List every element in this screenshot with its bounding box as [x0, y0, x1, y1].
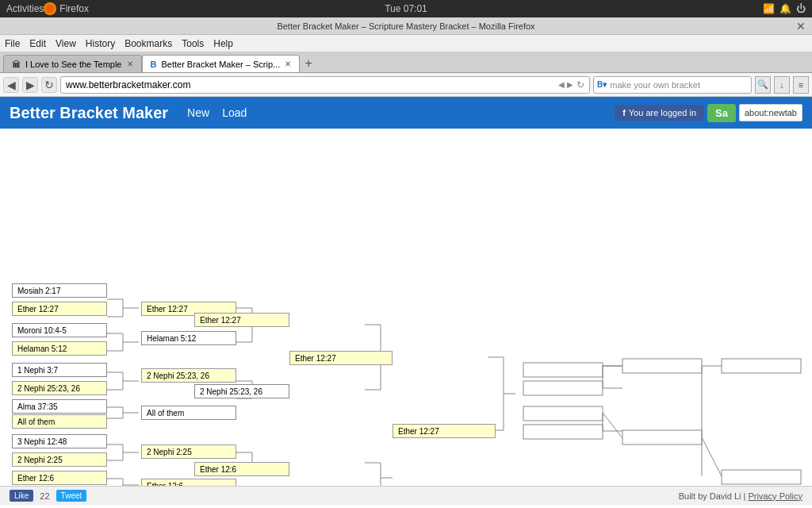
r1-entry-1nephi[interactable]: 1 Nephi 3:7	[12, 363, 107, 377]
r3-entry-2nephi2523[interactable]: 2 Nephi 25:23, 26	[194, 384, 289, 398]
url-arrow-right: ▶	[567, 80, 573, 89]
tab-temple-close[interactable]: ✕	[127, 60, 133, 68]
url-input-box[interactable]: www.betterbracketmaker.com ◀ ▶ ↻	[60, 76, 590, 94]
r4-ether-text: Ether 12:27	[295, 354, 336, 363]
r1-entry-ether1227[interactable]: Ether 12:27	[12, 302, 107, 316]
r3-2nephi-text: 2 Nephi 25:23, 26	[200, 387, 262, 396]
refresh-button[interactable]: ↻	[41, 77, 57, 93]
r2-entry-2nephi2523[interactable]: 2 Nephi 25:23, 26	[141, 368, 236, 383]
privacy-policy-link[interactable]: Privacy Policy	[749, 491, 802, 501]
r1-entry-2nephi2523[interactable]: 2 Nephi 25:23, 26	[12, 381, 107, 395]
search-options-button[interactable]: ≡	[793, 76, 809, 94]
search-go-button[interactable]: 🔍	[755, 76, 771, 94]
browser-label[interactable]: Firefox	[59, 3, 89, 14]
menu-view[interactable]: View	[56, 38, 76, 49]
r1-entry-ether126[interactable]: Ether 12:6	[12, 471, 107, 485]
r1-1nephi-text: 1 Nephi 3:7	[17, 366, 58, 375]
r3-m1-loser: 2 Nephi 25:23, 26	[194, 384, 289, 398]
r1-entry-mosiah[interactable]: Mosiah 2:17	[12, 283, 107, 298]
nav-new[interactable]: New	[187, 106, 209, 119]
r3-m2-winner: Ether 12:6	[194, 462, 289, 476]
r2-all-text: All of them	[147, 409, 184, 418]
app-header: Better Bracket Maker New Load f You are …	[0, 97, 812, 129]
r2-entry-allthem[interactable]: All of them	[141, 406, 236, 420]
tab-bracket-close[interactable]: ✕	[285, 60, 291, 68]
firefox-logo	[44, 2, 56, 15]
r1-entry-alma3735[interactable]: Alma 37:35	[12, 399, 107, 414]
menu-tools[interactable]: Tools	[182, 38, 204, 49]
volume-icon: 🔔	[779, 3, 791, 14]
champion-entry: Ether 12:27	[393, 424, 496, 438]
about-newtab-label: about:newtab	[739, 104, 802, 121]
save-button[interactable]: Sa	[707, 104, 736, 122]
r1-entry-allthem[interactable]: All of them	[12, 414, 107, 429]
tab-bracket[interactable]: B Better Bracket Maker – Scrip... ✕	[142, 55, 301, 72]
nav-load[interactable]: Load	[222, 106, 247, 119]
footer-separator: |	[744, 491, 746, 501]
activities-label[interactable]: Activities	[6, 3, 44, 14]
r2-ether126-text: Ether 12:6	[147, 482, 183, 487]
r1-3nephi-text: 3 Nephi 12:48	[17, 437, 67, 446]
r2-m3-winner: 2 Nephi 2:25	[141, 444, 236, 459]
r1-m3-seed2: 2 Nephi 25:23, 26	[12, 381, 107, 395]
svg-rect-57	[523, 381, 603, 395]
url-arrow-left: ◀	[558, 80, 565, 89]
menu-bar: File Edit View History Bookmarks Tools H…	[0, 35, 812, 52]
forward-button[interactable]: ▶	[22, 77, 38, 93]
champion-box[interactable]: Ether 12:27	[393, 424, 496, 438]
close-window-button[interactable]: ✕	[796, 20, 806, 33]
svg-rect-59	[523, 425, 603, 439]
built-by-text: Built by David Li	[679, 491, 741, 501]
r2-entry-ether126-b[interactable]: Ether 12:6	[141, 479, 236, 486]
fb-like-button[interactable]: Like	[10, 490, 33, 502]
svg-rect-58	[523, 406, 603, 421]
r1-ether-text: Ether 12:27	[17, 305, 59, 314]
svg-rect-60	[622, 359, 702, 373]
tweet-label: Tweet	[61, 491, 82, 500]
fb-login-status: f You are logged in	[615, 105, 704, 121]
r1-entry-3nephi[interactable]: 3 Nephi 12:48	[12, 434, 107, 448]
r2-entry-helaman512[interactable]: Helaman 5:12	[141, 331, 236, 345]
search-box[interactable]: B▾ make your own bracket	[593, 76, 752, 94]
r2-ether-text: Ether 12:27	[147, 305, 188, 314]
r4-m1-winner: Ether 12:27	[289, 351, 393, 365]
browser-tabs: 🏛 I Love to See the Temple ✕ B Better Br…	[0, 52, 812, 73]
r1-ether126-text: Ether 12:6	[17, 474, 54, 483]
menu-bookmarks[interactable]: Bookmarks	[124, 38, 172, 49]
os-right-icons: 📶 🔔 ⏻	[763, 3, 806, 14]
r3-ether-text: Ether 12:27	[200, 316, 241, 325]
search-download-button[interactable]: ↓	[774, 76, 790, 94]
r2-helaman-text: Helaman 5:12	[147, 334, 196, 343]
search-placeholder-text: make your own bracket	[610, 80, 700, 90]
tab-temple[interactable]: 🏛 I Love to See the Temple ✕	[3, 55, 142, 72]
footer: Like 22 Tweet Built by David Li | Privac…	[0, 486, 812, 505]
fb-icon: f	[622, 108, 626, 117]
r2-entry-2nephi225[interactable]: 2 Nephi 2:25	[141, 444, 236, 459]
menu-help[interactable]: Help	[213, 38, 233, 49]
os-bar: Activities Firefox Tue 07:01 📶 🔔 ⏻	[0, 0, 812, 17]
r3-ether126-text: Ether 12:6	[200, 465, 236, 474]
r4-entry-ether1227[interactable]: Ether 12:27	[289, 351, 393, 365]
r2-m2-loser: All of them	[141, 406, 236, 420]
power-icon: ⏻	[796, 3, 806, 14]
r1-mosiah-text: Mosiah 2:17	[17, 287, 60, 295]
r1-entry-moroni[interactable]: Moroni 10:4-5	[12, 323, 107, 337]
header-right: f You are logged in Sa about:newtab	[615, 104, 802, 122]
menu-edit[interactable]: Edit	[29, 38, 46, 49]
r1-entry-2nephi225[interactable]: 2 Nephi 2:25	[12, 452, 107, 467]
r3-entry-ether1227[interactable]: Ether 12:27	[194, 313, 289, 327]
new-tab-button[interactable]: +	[300, 55, 317, 72]
r2-m2-winner: 2 Nephi 25:23, 26	[141, 368, 236, 383]
refresh-icon-inline: ↻	[576, 79, 584, 90]
r1-m1-seed2: Ether 12:27	[12, 302, 107, 316]
app-brand: Better Bracket Maker	[10, 104, 168, 122]
footer-right: Built by David Li | Privacy Policy	[679, 491, 802, 501]
r3-entry-ether126[interactable]: Ether 12:6	[194, 462, 289, 476]
tweet-button[interactable]: Tweet	[56, 490, 87, 502]
title-bar: Better Bracket Maker – Scripture Mastery…	[0, 17, 812, 35]
search-engine-icon: B▾	[597, 80, 607, 89]
back-button[interactable]: ◀	[3, 77, 19, 93]
menu-history[interactable]: History	[86, 38, 115, 49]
r1-entry-helaman[interactable]: Helaman 5:12	[12, 341, 107, 356]
menu-file[interactable]: File	[5, 38, 20, 49]
